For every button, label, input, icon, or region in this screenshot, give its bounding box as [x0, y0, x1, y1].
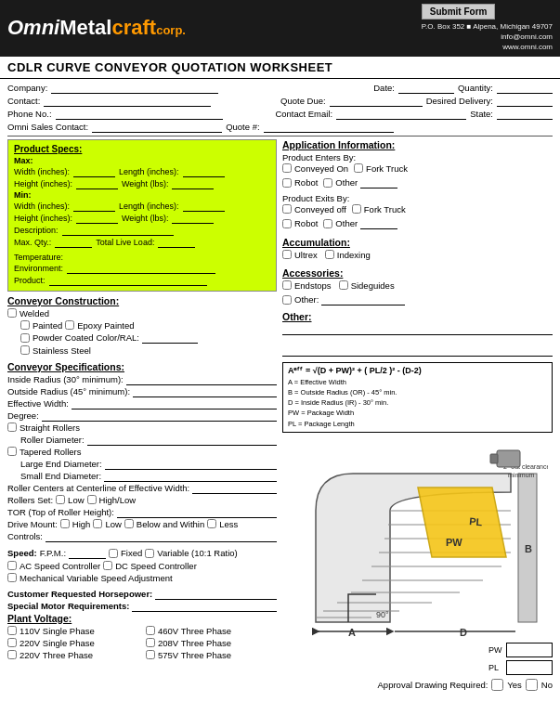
submit-form-button[interactable]: Submit Form — [422, 4, 496, 20]
other-accessories-checkbox[interactable] — [282, 295, 292, 305]
drive-high-checkbox[interactable] — [60, 519, 70, 528]
less-checkbox[interactable] — [207, 519, 216, 528]
v110-checkbox[interactable] — [7, 626, 17, 635]
svg-rect-17 — [490, 454, 498, 463]
logo-corp: corp. — [156, 23, 186, 37]
stainless-checkbox[interactable] — [20, 345, 30, 355]
date-field[interactable] — [398, 83, 454, 94]
approval-yes-checkbox[interactable] — [491, 679, 503, 691]
desired-delivery-field[interactable] — [497, 96, 553, 107]
min-length-field[interactable] — [183, 201, 225, 212]
max-height-field[interactable] — [76, 178, 118, 189]
fpm-field[interactable] — [69, 548, 106, 559]
v110-label: 110V Single Phase — [20, 626, 95, 636]
other2-field[interactable] — [360, 218, 397, 229]
special-motor-field[interactable] — [132, 601, 277, 612]
below-within-checkbox[interactable] — [124, 519, 134, 528]
other-field-2[interactable] — [282, 345, 553, 357]
robot1-checkbox[interactable] — [282, 178, 292, 188]
fork-truck1-checkbox[interactable] — [354, 163, 363, 173]
environment-row: Environment: — [14, 263, 270, 274]
contact-field[interactable] — [44, 96, 211, 107]
pw-box-input[interactable] — [506, 643, 553, 657]
pl-box-input[interactable] — [506, 660, 553, 675]
inside-radius-field[interactable] — [126, 374, 277, 385]
quote-due-field[interactable] — [330, 96, 423, 107]
other2-checkbox[interactable] — [323, 219, 332, 228]
fixed-checkbox[interactable] — [109, 549, 118, 558]
epoxy-painted-checkbox[interactable] — [65, 320, 74, 330]
v220s-checkbox[interactable] — [7, 638, 17, 647]
effective-width-field[interactable] — [72, 398, 277, 410]
drive-low-checkbox[interactable] — [93, 519, 102, 528]
environment-field[interactable] — [67, 263, 215, 274]
min-width-field[interactable] — [73, 201, 115, 212]
min-height-field[interactable] — [76, 213, 118, 224]
approval-no-checkbox[interactable] — [526, 679, 538, 691]
b-label-svg: B — [525, 543, 532, 554]
max-width-field[interactable] — [73, 166, 115, 177]
dc-controller-checkbox[interactable] — [103, 561, 112, 570]
painted-checkbox[interactable] — [20, 320, 30, 330]
controls-field[interactable] — [46, 531, 277, 542]
length-label-max: Length (inches): — [119, 167, 179, 176]
v220s-label: 220V Single Phase — [20, 638, 95, 648]
max-qty-field[interactable] — [55, 237, 92, 248]
contact-email-field[interactable] — [336, 109, 466, 120]
roller-diameter-field[interactable] — [87, 435, 277, 446]
omni-sales-field[interactable] — [92, 122, 222, 133]
robot2-checkbox[interactable] — [282, 219, 292, 228]
conveyed-on-checkbox[interactable] — [282, 163, 292, 173]
company-field[interactable] — [51, 83, 218, 94]
straight-rollers-checkbox[interactable] — [7, 422, 17, 432]
ultrex-label: Ultrex — [294, 250, 318, 260]
min-weight-field[interactable] — [172, 213, 214, 224]
max-length-field[interactable] — [183, 166, 225, 177]
other-field-1[interactable] — [282, 324, 553, 335]
state-field[interactable] — [497, 109, 553, 120]
other1-field[interactable] — [360, 177, 397, 188]
roller-centers-field[interactable] — [192, 483, 277, 494]
large-end-field[interactable] — [105, 459, 277, 470]
variable-checkbox[interactable] — [145, 549, 154, 558]
indexing-checkbox[interactable] — [325, 250, 334, 259]
conveyed-off-checkbox[interactable] — [282, 204, 292, 214]
ac-controller-checkbox[interactable] — [7, 561, 17, 570]
other-accessories-field[interactable] — [321, 294, 405, 306]
large-end-row: Large End Diameter: — [7, 459, 277, 470]
product-field[interactable] — [49, 275, 207, 286]
product-specs-title: Product Specs: — [14, 144, 270, 154]
description-field[interactable] — [62, 225, 174, 236]
total-live-load-field[interactable] — [158, 237, 195, 248]
height-label-min: Height (inches): — [14, 214, 72, 223]
degree-field[interactable] — [42, 410, 277, 422]
customer-hp-field[interactable] — [155, 589, 277, 600]
quote-num-field[interactable] — [264, 122, 394, 133]
max-weight-field[interactable] — [172, 178, 214, 189]
ultrex-checkbox[interactable] — [282, 250, 292, 259]
effective-width-row: Effective Width: — [7, 398, 277, 410]
v220t-checkbox[interactable] — [7, 650, 17, 659]
page-header: Omni Metalcraft corp. Submit Form P.O. B… — [0, 0, 560, 57]
low-checkbox[interactable] — [56, 495, 65, 504]
mechanical-checkbox[interactable] — [7, 573, 17, 582]
v208-checkbox[interactable] — [146, 638, 155, 647]
high-low-checkbox[interactable] — [87, 495, 97, 504]
fork-truck2-checkbox[interactable] — [352, 204, 361, 214]
welded-checkbox[interactable] — [7, 308, 17, 318]
state-label: State: — [470, 109, 493, 119]
v460-checkbox[interactable] — [146, 626, 155, 635]
v575-checkbox[interactable] — [146, 650, 155, 659]
other1-checkbox[interactable] — [323, 178, 332, 188]
small-end-field[interactable] — [104, 471, 277, 482]
quantity-field[interactable] — [497, 83, 553, 94]
sideguides-row: Sideguides — [339, 280, 395, 291]
outside-radius-field[interactable] — [133, 386, 277, 397]
sideguides-checkbox[interactable] — [339, 280, 348, 290]
tapered-rollers-checkbox[interactable] — [7, 447, 17, 456]
color-ral-field[interactable] — [142, 332, 198, 344]
tor-field[interactable] — [117, 507, 277, 518]
endstops-checkbox[interactable] — [282, 280, 292, 290]
phone-field[interactable] — [56, 109, 223, 120]
powder-coated-checkbox[interactable] — [20, 333, 30, 343]
